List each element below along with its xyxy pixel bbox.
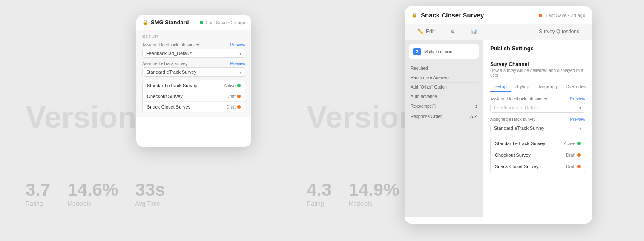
survey-channel-title-b: Survey Channel [490,61,585,67]
dropdown-item-status-a-2: Draft [226,105,241,109]
etrack-select-a[interactable]: Standard eTrack Survey ▾ [142,67,245,77]
left-field-reprompt: Re-prompt ⓘ — 0 [409,101,479,112]
dropdown-item-status-b-1: Draft [566,153,581,158]
card-a-header: 🔒 SMG Standard Last Save • 2d ago [136,15,251,30]
stats-row-a: 3.7 Rating 14.6% Medclels 33s Avg Time [26,180,165,207]
etrack-preview-b[interactable]: Preview [570,117,585,122]
dropdown-item-dot-a-2 [237,105,241,109]
dropdown-item-dot-b-1 [577,153,581,157]
stat-rating-a: 3.7 Rating [26,180,50,207]
dropdown-item-status-label-b-2: Draft [566,164,575,169]
sub-tab-overrides[interactable]: Overrides [561,82,590,92]
dropdown-item-b-2[interactable]: Snack Closet Survey Draft [491,161,585,172]
left-field-label-required: Required [411,66,428,71]
right-panel-b: Publish Settings Survey Channel How a su… [483,40,592,217]
lock-icon-b: 🔒 [411,12,417,18]
tab-survey-questions-b[interactable]: Survey Questions [533,24,585,40]
stat-value-medclels-a: 14.6% [67,180,118,200]
etrack-select-b[interactable]: Standard eTrack Survey ▾ [490,123,585,133]
dropdown-item-b-0[interactable]: Standard eTrack Survey Active [491,138,585,149]
feedback-tab-field-b: Assigned feedback tab survey Preview Fee… [490,97,585,113]
sub-tab-setup[interactable]: Setup [490,82,511,92]
etrack-label-b: Assigned eTrack survey [490,117,535,122]
question-number-b: 2 [413,48,421,55]
left-panel-fields-b: Required Randomize Answers Add "Other" O… [409,61,479,123]
feedback-tab-preview-a[interactable]: Preview [230,43,245,47]
stat-label-rating-a: Rating [26,200,43,207]
tab-chart-b[interactable]: 📊 [465,24,483,40]
stat-label-rating-b: Rating [307,200,324,207]
etrack-preview-a[interactable]: Preview [230,61,245,66]
left-field-other: Add "Other" Option [409,83,479,92]
tab-survey-questions-label-b: Survey Questions [539,29,579,34]
card-b-body: 2 Multiple choice Required Randomize Ans… [405,40,592,217]
dropdown-item-b-1[interactable]: Checkout Survey Draft [491,149,585,161]
dropdown-item-dot-b-2 [577,165,581,168]
tab-divider-2 [463,29,463,35]
feedback-tab-preview-b[interactable]: Preview [570,97,585,101]
setup-section-a: SETUP Assigned feedback tab survey Previ… [136,30,251,117]
left-field-label-auto-advance: Auto-advance [411,94,437,99]
status-dot-a [200,21,203,24]
dropdown-item-status-b-2: Draft [566,164,581,169]
stat-label-medclels-b: Medclels [348,200,372,207]
status-dot-b [539,14,542,17]
left-field-label-reprompt: Re-prompt ⓘ [411,103,436,109]
dropdown-list-a: Standard eTrack Survey Active Checkout S… [142,80,245,112]
stat-value-medclels-b: 14.9% [348,180,399,200]
dropdown-item-name-a-2: Snack Closet Survey [147,104,190,109]
etrack-field-b: Assigned eTrack survey Preview Standard … [490,117,585,133]
card-a-title: SMG Standard [151,19,197,26]
etrack-value-a: Standard eTrack Survey [146,69,196,75]
dropdown-item-status-a-1: Draft [226,94,241,99]
left-field-response-order: Response Order A-Z [409,112,479,121]
dropdown-item-a-2[interactable]: Snack Closet Survey Draft [143,102,245,112]
dropdown-item-name-a-1: Checkout Survey [147,94,183,99]
feedback-tab-select-a[interactable]: FeedbackTab_Default ▾ [142,49,245,58]
dropdown-list-b: Standard eTrack Survey Active Checkout S… [490,138,585,172]
tab-divider-1 [443,29,443,35]
dropdown-item-name-a-0: Standard eTrack Survey [147,83,197,88]
dropdown-item-a-0[interactable]: Standard eTrack Survey Active [143,80,245,91]
sub-tab-styling[interactable]: Styling [511,82,534,92]
dropdown-item-name-b-2: Snack Closet Survey [495,164,538,169]
chevron-down-icon-feedback-a: ▾ [239,51,242,56]
dropdown-item-dot-a-0 [237,84,241,87]
etrack-label-row-a: Assigned eTrack survey Preview [142,61,245,66]
dropdown-item-status-b-0: Active [564,141,581,146]
etrack-value-b: Standard eTrack Survey [494,126,544,131]
edit-icon-b: ✏️ [417,29,424,34]
dropdown-item-a-1[interactable]: Checkout Survey Draft [143,91,245,102]
dropdown-item-dot-a-1 [237,95,241,98]
card-b: 🔒 Snack Closet Survey Last Save • 2d ago… [405,6,592,224]
survey-channel-section-b: Survey Channel How a survey will be deli… [483,56,592,178]
tab-edit-b[interactable]: ✏️ Edit [411,24,441,40]
dropdown-item-status-a-0: Active [224,83,241,88]
left-panel-b: 2 Multiple choice Required Randomize Ans… [405,40,483,217]
dropdown-item-name-b-1: Checkout Survey [495,152,531,158]
stat-time-a: 33s Avg Time [135,180,165,207]
sub-tab-targeting[interactable]: Targeting [534,82,561,92]
left-field-label-response-order: Response Order [411,114,442,119]
left-field-label-randomize: Randomize Answers [411,75,449,80]
question-type-b: Multiple choice [424,49,452,54]
tab-edit-label-b: Edit [426,29,435,34]
feedback-tab-select-b[interactable]: FeedbackTab_Default ▾ [490,103,585,113]
tab-settings-b[interactable]: ⚙ [445,24,461,40]
card-b-header: 🔒 Snack Closet Survey Last Save • 2d ago [405,6,592,24]
dropdown-item-name-b-0: Standard eTrack Survey [495,141,545,146]
chart-icon-b: 📊 [471,29,477,34]
card-a-meta: Last Save • 2d ago [206,20,245,25]
stat-value-rating-a: 3.7 [26,180,50,200]
etrack-field-a: Assigned eTrack survey Preview Standard … [142,61,245,77]
feedback-tab-label-b: Assigned feedback tab survey [490,97,547,101]
sub-tab-bar-b: Setup Styling Targeting Overrides [490,82,585,92]
tab-bar-b: ✏️ Edit ⚙ 📊 Survey Questions [405,24,592,40]
chevron-down-icon-etrack-a: ▾ [239,70,242,75]
stat-label-time-a: Avg Time [135,200,160,207]
dropdown-item-dot-b-0 [577,142,581,145]
stat-medclels-a: 14.6% Medclels [67,180,118,207]
feedback-tab-label-row-a: Assigned feedback tab survey Preview [142,43,245,47]
feedback-tab-label-row-b: Assigned feedback tab survey Preview [490,97,585,101]
feedback-tab-label-a: Assigned feedback tab survey [142,43,199,47]
